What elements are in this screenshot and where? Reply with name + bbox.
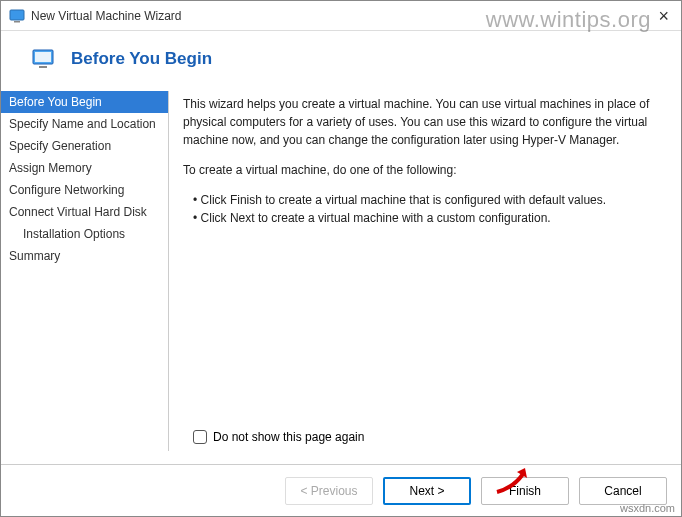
- wizard-sidebar: Before You Begin Specify Name and Locati…: [1, 91, 169, 451]
- wizard-footer: < Previous Next > Finish Cancel: [1, 464, 681, 516]
- page-title: Before You Begin: [71, 49, 212, 69]
- svg-rect-4: [39, 66, 47, 68]
- close-icon[interactable]: ×: [654, 7, 673, 25]
- sidebar-item-specify-name[interactable]: Specify Name and Location: [1, 113, 168, 135]
- svg-rect-0: [10, 10, 24, 20]
- cancel-button[interactable]: Cancel: [579, 477, 667, 505]
- sidebar-item-specify-generation[interactable]: Specify Generation: [1, 135, 168, 157]
- titlebar: New Virtual Machine Wizard ×: [1, 1, 681, 31]
- intro-text: This wizard helps you create a virtual m…: [183, 95, 655, 149]
- window-title: New Virtual Machine Wizard: [31, 9, 654, 23]
- dont-show-label: Do not show this page again: [213, 430, 364, 444]
- vm-header-icon: [31, 47, 55, 71]
- svg-rect-1: [14, 21, 20, 23]
- dont-show-checkbox[interactable]: [193, 430, 207, 444]
- sidebar-item-installation-options[interactable]: Installation Options: [1, 223, 168, 245]
- lead-text: To create a virtual machine, do one of t…: [183, 161, 655, 179]
- finish-button[interactable]: Finish: [481, 477, 569, 505]
- option-list: Click Finish to create a virtual machine…: [183, 191, 655, 227]
- svg-rect-3: [35, 52, 51, 62]
- sidebar-item-assign-memory[interactable]: Assign Memory: [1, 157, 168, 179]
- sidebar-item-connect-vhd[interactable]: Connect Virtual Hard Disk: [1, 201, 168, 223]
- wizard-content: This wizard helps you create a virtual m…: [169, 91, 665, 451]
- sidebar-item-configure-networking[interactable]: Configure Networking: [1, 179, 168, 201]
- sidebar-item-summary[interactable]: Summary: [1, 245, 168, 267]
- option-finish: Click Finish to create a virtual machine…: [193, 191, 655, 209]
- option-next: Click Next to create a virtual machine w…: [193, 209, 655, 227]
- previous-button: < Previous: [285, 477, 373, 505]
- wizard-header: Before You Begin: [1, 31, 681, 91]
- dont-show-row[interactable]: Do not show this page again: [193, 430, 364, 444]
- sidebar-item-before-you-begin[interactable]: Before You Begin: [1, 91, 168, 113]
- next-button[interactable]: Next >: [383, 477, 471, 505]
- wizard-icon: [9, 8, 25, 24]
